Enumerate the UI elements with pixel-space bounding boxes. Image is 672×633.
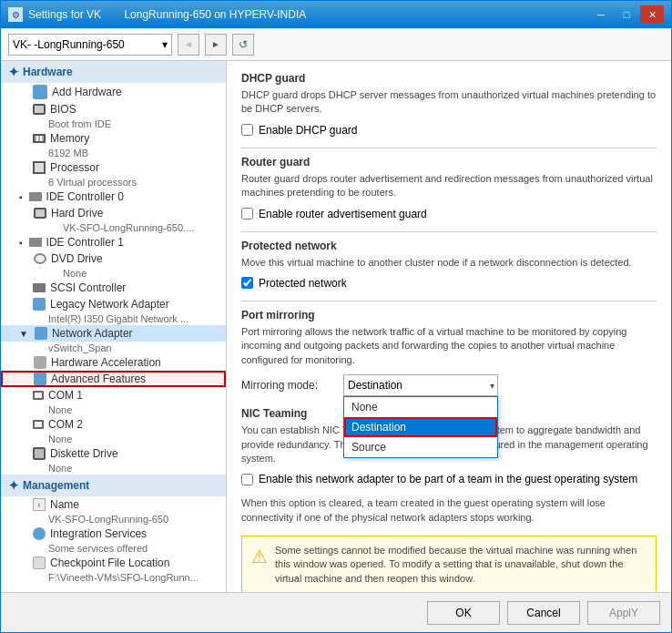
mirroring-dropdown-container: None Destination Source ▾ None Destinati…	[343, 374, 498, 396]
forward-icon: ►	[211, 39, 220, 49]
hardware-section-header: ✦ Hardware	[1, 61, 226, 83]
popup-option-destination[interactable]: Destination	[344, 417, 497, 437]
processor-label: Processor	[50, 161, 99, 174]
ok-button[interactable]: OK	[427, 601, 500, 625]
add-hardware-label: Add Hardware	[52, 86, 122, 98]
sidebar-item-harddrive[interactable]: Hard Drive	[1, 205, 226, 221]
network-adapter-label: Network Adapter	[52, 327, 133, 340]
main-content: ✦ Hardware Add Hardware BIOS Boot from I…	[1, 61, 671, 592]
bottom-bar: OK Cancel ApplY	[1, 592, 671, 632]
sidebar-item-dvd[interactable]: DVD Drive	[1, 250, 226, 267]
sidebar-item-checkpoint[interactable]: Checkpoint File Location	[1, 555, 226, 571]
diskette-label: Diskette Drive	[50, 447, 118, 460]
name-label: Name	[50, 498, 79, 511]
protected-network-checkbox-row: Protected network	[241, 277, 657, 290]
harddrive-label: Hard Drive	[51, 207, 103, 220]
close-button[interactable]: ✕	[640, 5, 664, 24]
main-window: ⚙ Settings for VK LongRunning-650 on HYP…	[0, 0, 672, 633]
management-header-label: Management	[23, 479, 89, 492]
vm-name-label: VK- -LongRunning-650	[13, 38, 125, 51]
hardware-star-icon: ✦	[8, 65, 19, 79]
cancel-button[interactable]: Cancel	[507, 601, 580, 625]
com2-label: COM 2	[48, 418, 83, 431]
protected-network-checkbox-label: Protected network	[259, 277, 347, 290]
legacy-network-label: Legacy Network Adapter	[50, 298, 169, 311]
nic-teaming-note: When this option is cleared, a team crea…	[241, 496, 657, 525]
ide0-icon	[29, 192, 42, 201]
separator-3	[241, 301, 657, 301]
network-adapter-sub-label: vSwitch_Span	[1, 342, 226, 354]
ide1-expand-icon: ▪	[19, 238, 23, 248]
name-sub-label: VK-SFO-LongRunning-650	[1, 513, 226, 526]
window-icon: ⚙	[8, 7, 23, 22]
back-icon: ◄	[184, 39, 193, 49]
sidebar-item-diskette[interactable]: Diskette Drive	[1, 445, 226, 462]
toolbar: VK- -LongRunning-650 ▾ ◄ ► ↺	[1, 28, 671, 61]
hardware-header-label: Hardware	[23, 66, 73, 78]
scsi-icon	[33, 283, 46, 292]
legacy-network-icon	[33, 298, 46, 311]
dhcp-guard-desc: DHCP guard drops DHCP server messages fr…	[241, 88, 657, 117]
scsi-label: SCSI Controller	[50, 281, 126, 294]
sidebar-item-ide1[interactable]: ▪ IDE Controller 1	[1, 234, 226, 250]
port-mirroring-section: Port mirroring Port mirroring allows the…	[241, 309, 657, 396]
popup-option-none[interactable]: None	[344, 397, 497, 417]
integration-label: Integration Services	[50, 527, 147, 540]
memory-sub-label: 8192 MB	[1, 147, 226, 159]
integration-icon	[33, 527, 46, 540]
back-button[interactable]: ◄	[178, 34, 199, 56]
mirroring-mode-label: Mirroring mode:	[241, 379, 332, 392]
name-icon: i	[33, 498, 46, 511]
protected-network-checkbox[interactable]	[241, 277, 253, 289]
sidebar-item-legacy-network[interactable]: Legacy Network Adapter	[1, 296, 226, 312]
dhcp-guard-checkbox[interactable]	[241, 124, 253, 136]
com1-label: COM 1	[48, 389, 83, 402]
harddrive-icon	[34, 208, 46, 219]
bios-sub-label: Boot from IDE	[1, 117, 226, 130]
sidebar-item-com1[interactable]: COM 1	[1, 387, 226, 403]
sidebar-item-com2[interactable]: COM 2	[1, 416, 226, 433]
separator-2	[241, 231, 657, 232]
warning-box: ⚠ Some settings cannot be modified becau…	[241, 536, 657, 592]
nic-teaming-checkbox[interactable]	[241, 474, 253, 485]
sidebar-item-add-hardware[interactable]: Add Hardware	[1, 83, 226, 101]
sidebar-item-integration[interactable]: Integration Services	[1, 526, 226, 542]
sidebar-item-memory[interactable]: Memory	[1, 130, 226, 147]
sidebar-item-network-adapter[interactable]: ▼ Network Adapter	[1, 325, 226, 342]
legacy-network-sub-label: Intel(R) I350 Gigabit Network ...	[1, 312, 226, 325]
sidebar-item-processor[interactable]: Processor	[1, 159, 226, 176]
refresh-button[interactable]: ↺	[232, 34, 254, 56]
harddrive-sub-label: VK-SFO-LongRunning-650....	[1, 221, 226, 234]
mirroring-dropdown-popup: None Destination Source	[343, 396, 498, 458]
router-guard-checkbox[interactable]	[241, 208, 253, 220]
maximize-button[interactable]: □	[615, 5, 638, 24]
integration-sub-label: Some services offered	[1, 542, 226, 555]
apply-button[interactable]: ApplY	[587, 601, 660, 625]
dhcp-guard-checkbox-label: Enable DHCP guard	[259, 124, 358, 137]
sidebar-item-hw-acceleration[interactable]: Hardware Acceleration	[1, 354, 226, 371]
mirroring-mode-select[interactable]: None Destination Source	[343, 374, 498, 396]
sidebar-item-bios[interactable]: BIOS	[1, 101, 226, 117]
protected-network-title: Protected network	[241, 240, 657, 252]
sidebar-item-advanced-features[interactable]: Advanced Features	[1, 371, 226, 387]
bios-label: BIOS	[50, 103, 76, 116]
hw-accel-icon	[34, 356, 46, 369]
sidebar-item-ide0[interactable]: ▪ IDE Controller 0	[1, 189, 226, 205]
dhcp-guard-checkbox-row: Enable DHCP guard	[241, 124, 657, 137]
checkpoint-sub-label: F:\Vineeth-VMs\SFO-LongRunn...	[1, 571, 226, 584]
ide1-label: IDE Controller 1	[46, 236, 124, 249]
warning-icon: ⚠	[251, 544, 268, 586]
minimize-button[interactable]: ─	[589, 5, 613, 24]
dvd-label: DVD Drive	[51, 252, 103, 265]
left-panel: ✦ Hardware Add Hardware BIOS Boot from I…	[1, 61, 227, 592]
dhcp-guard-title: DHCP guard	[241, 72, 657, 85]
sidebar-item-scsi[interactable]: SCSI Controller	[1, 280, 226, 296]
popup-option-source[interactable]: Source	[344, 437, 497, 457]
processor-icon	[33, 161, 46, 174]
forward-button[interactable]: ►	[205, 34, 227, 56]
mirroring-mode-row: Mirroring mode: None Destination Source …	[241, 374, 657, 396]
com1-icon	[33, 391, 44, 400]
vm-dropdown[interactable]: VK- -LongRunning-650 ▾	[8, 34, 172, 56]
sidebar-item-name[interactable]: i Name	[1, 496, 226, 513]
router-guard-desc: Router guard drops router advertisement …	[241, 172, 657, 200]
